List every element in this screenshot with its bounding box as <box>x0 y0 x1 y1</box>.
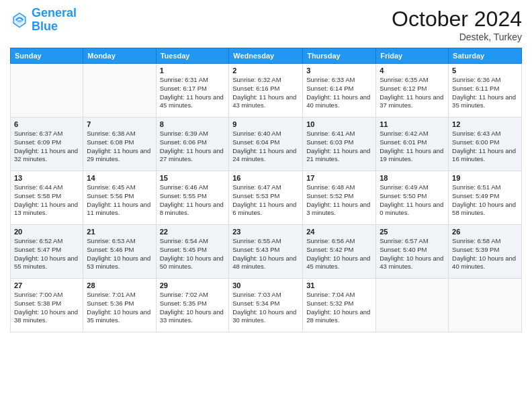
calendar-cell: 26Sunrise: 6:58 AM Sunset: 5:39 PM Dayli… <box>449 225 522 279</box>
day-number: 31 <box>306 281 372 289</box>
day-info: Sunrise: 6:46 AM Sunset: 5:55 PM Dayligh… <box>160 183 226 218</box>
day-info: Sunrise: 6:38 AM Sunset: 6:08 PM Dayligh… <box>87 130 152 164</box>
day-number: 25 <box>380 228 445 236</box>
calendar-cell: 30Sunrise: 7:03 AM Sunset: 5:34 PM Dayli… <box>229 279 303 332</box>
col-sunday: Sunday <box>11 48 83 64</box>
calendar-cell: 7Sunrise: 6:38 AM Sunset: 6:08 PM Daylig… <box>83 118 156 171</box>
calendar-cell: 4Sunrise: 6:35 AM Sunset: 6:12 PM Daylig… <box>376 64 449 118</box>
calendar-cell: 13Sunrise: 6:44 AM Sunset: 5:58 PM Dayli… <box>11 171 83 225</box>
calendar-cell: 5Sunrise: 6:36 AM Sunset: 6:11 PM Daylig… <box>449 64 522 118</box>
day-info: Sunrise: 6:43 AM Sunset: 6:00 PM Dayligh… <box>452 130 518 164</box>
day-info: Sunrise: 6:47 AM Sunset: 5:53 PM Dayligh… <box>232 183 299 218</box>
calendar-cell: 14Sunrise: 6:45 AM Sunset: 5:56 PM Dayli… <box>83 171 156 225</box>
col-tuesday: Tuesday <box>156 48 229 64</box>
calendar-cell: 8Sunrise: 6:39 AM Sunset: 6:06 PM Daylig… <box>156 118 229 171</box>
calendar-cell: 29Sunrise: 7:02 AM Sunset: 5:35 PM Dayli… <box>156 279 229 332</box>
day-number: 1 <box>160 66 226 75</box>
calendar-cell: 17Sunrise: 6:48 AM Sunset: 5:52 PM Dayli… <box>303 171 376 225</box>
calendar-cell: 24Sunrise: 6:56 AM Sunset: 5:42 PM Dayli… <box>303 225 376 279</box>
calendar-cell: 23Sunrise: 6:55 AM Sunset: 5:43 PM Dayli… <box>229 225 303 279</box>
day-info: Sunrise: 7:00 AM Sunset: 5:38 PM Dayligh… <box>14 291 79 325</box>
title-block: October 2024 Destek, Turkey <box>392 7 522 42</box>
day-number: 13 <box>14 174 79 182</box>
day-number: 29 <box>160 281 226 289</box>
day-number: 27 <box>14 281 79 289</box>
day-number: 15 <box>160 174 226 182</box>
calendar-cell: 11Sunrise: 6:42 AM Sunset: 6:01 PM Dayli… <box>376 118 449 171</box>
calendar-cell <box>449 279 522 332</box>
calendar-body: 1Sunrise: 6:31 AM Sunset: 6:17 PM Daylig… <box>11 64 522 332</box>
day-info: Sunrise: 6:31 AM Sunset: 6:17 PM Dayligh… <box>160 76 226 110</box>
day-number: 20 <box>14 228 79 236</box>
day-number: 9 <box>232 120 299 128</box>
calendar-week-5: 27Sunrise: 7:00 AM Sunset: 5:38 PM Dayli… <box>11 279 522 332</box>
day-info: Sunrise: 6:58 AM Sunset: 5:39 PM Dayligh… <box>452 237 518 271</box>
month-title: October 2024 <box>392 7 522 32</box>
day-number: 6 <box>14 120 79 128</box>
day-number: 10 <box>306 120 372 128</box>
calendar-cell: 19Sunrise: 6:51 AM Sunset: 5:49 PM Dayli… <box>449 171 522 225</box>
day-info: Sunrise: 6:51 AM Sunset: 5:49 PM Dayligh… <box>452 183 518 218</box>
day-info: Sunrise: 6:57 AM Sunset: 5:40 PM Dayligh… <box>380 237 445 271</box>
header: General Blue October 2024 Destek, Turkey <box>10 7 522 42</box>
page: General Blue October 2024 Destek, Turkey… <box>0 0 532 411</box>
col-saturday: Saturday <box>449 48 522 64</box>
calendar-cell: 25Sunrise: 6:57 AM Sunset: 5:40 PM Dayli… <box>376 225 449 279</box>
calendar-week-2: 6Sunrise: 6:37 AM Sunset: 6:09 PM Daylig… <box>11 118 522 171</box>
calendar-cell: 21Sunrise: 6:53 AM Sunset: 5:46 PM Dayli… <box>83 225 156 279</box>
calendar-cell: 18Sunrise: 6:49 AM Sunset: 5:50 PM Dayli… <box>376 171 449 225</box>
day-number: 11 <box>380 120 445 128</box>
day-number: 22 <box>160 228 226 236</box>
day-number: 7 <box>87 120 152 128</box>
calendar-cell: 27Sunrise: 7:00 AM Sunset: 5:38 PM Dayli… <box>11 279 83 332</box>
location-subtitle: Destek, Turkey <box>392 32 522 42</box>
day-info: Sunrise: 6:37 AM Sunset: 6:09 PM Dayligh… <box>14 130 79 164</box>
logo: General Blue <box>10 7 77 34</box>
calendar-week-3: 13Sunrise: 6:44 AM Sunset: 5:58 PM Dayli… <box>11 171 522 225</box>
calendar-cell: 15Sunrise: 6:46 AM Sunset: 5:55 PM Dayli… <box>156 171 229 225</box>
day-info: Sunrise: 6:35 AM Sunset: 6:12 PM Dayligh… <box>380 76 445 110</box>
col-monday: Monday <box>83 48 156 64</box>
day-info: Sunrise: 7:04 AM Sunset: 5:32 PM Dayligh… <box>306 291 372 325</box>
calendar-week-4: 20Sunrise: 6:52 AM Sunset: 5:47 PM Dayli… <box>11 225 522 279</box>
calendar-cell: 3Sunrise: 6:33 AM Sunset: 6:14 PM Daylig… <box>303 64 376 118</box>
day-info: Sunrise: 7:03 AM Sunset: 5:34 PM Dayligh… <box>232 291 299 325</box>
calendar-cell: 9Sunrise: 6:40 AM Sunset: 6:04 PM Daylig… <box>229 118 303 171</box>
logo-text: General Blue <box>32 7 77 34</box>
day-info: Sunrise: 6:39 AM Sunset: 6:06 PM Dayligh… <box>160 130 226 164</box>
calendar-cell <box>376 279 449 332</box>
day-info: Sunrise: 6:54 AM Sunset: 5:45 PM Dayligh… <box>160 237 226 271</box>
day-number: 19 <box>452 174 518 182</box>
calendar-week-1: 1Sunrise: 6:31 AM Sunset: 6:17 PM Daylig… <box>11 64 522 118</box>
day-info: Sunrise: 6:52 AM Sunset: 5:47 PM Dayligh… <box>14 237 79 271</box>
day-number: 12 <box>452 120 518 128</box>
col-wednesday: Wednesday <box>229 48 303 64</box>
day-info: Sunrise: 6:55 AM Sunset: 5:43 PM Dayligh… <box>232 237 299 271</box>
day-number: 3 <box>306 66 372 75</box>
col-friday: Friday <box>376 48 449 64</box>
day-info: Sunrise: 6:32 AM Sunset: 6:16 PM Dayligh… <box>232 76 299 110</box>
col-thursday: Thursday <box>303 48 376 64</box>
logo-icon <box>10 11 29 30</box>
calendar-cell: 2Sunrise: 6:32 AM Sunset: 6:16 PM Daylig… <box>229 64 303 118</box>
day-number: 17 <box>306 174 372 182</box>
day-info: Sunrise: 6:53 AM Sunset: 5:46 PM Dayligh… <box>87 237 152 271</box>
day-info: Sunrise: 6:33 AM Sunset: 6:14 PM Dayligh… <box>306 76 372 110</box>
day-number: 23 <box>232 228 299 236</box>
calendar-header: Sunday Monday Tuesday Wednesday Thursday… <box>11 48 522 64</box>
calendar-cell: 16Sunrise: 6:47 AM Sunset: 5:53 PM Dayli… <box>229 171 303 225</box>
day-number: 2 <box>232 66 299 75</box>
logo-line2: Blue <box>32 19 58 33</box>
calendar-cell <box>11 64 83 118</box>
calendar-cell: 22Sunrise: 6:54 AM Sunset: 5:45 PM Dayli… <box>156 225 229 279</box>
day-info: Sunrise: 6:40 AM Sunset: 6:04 PM Dayligh… <box>232 130 299 164</box>
day-info: Sunrise: 6:41 AM Sunset: 6:03 PM Dayligh… <box>306 130 372 164</box>
calendar-table: Sunday Monday Tuesday Wednesday Thursday… <box>10 48 522 332</box>
calendar-cell: 12Sunrise: 6:43 AM Sunset: 6:00 PM Dayli… <box>449 118 522 171</box>
logo-line1: General <box>32 6 77 19</box>
day-info: Sunrise: 6:48 AM Sunset: 5:52 PM Dayligh… <box>306 183 372 218</box>
day-number: 21 <box>87 228 152 236</box>
day-number: 5 <box>452 66 518 75</box>
day-info: Sunrise: 6:44 AM Sunset: 5:58 PM Dayligh… <box>14 183 79 218</box>
day-number: 26 <box>452 228 518 236</box>
